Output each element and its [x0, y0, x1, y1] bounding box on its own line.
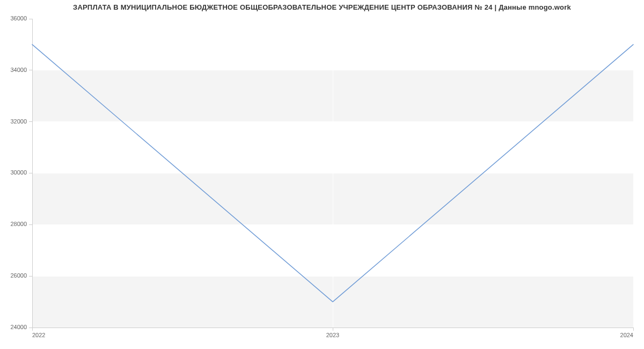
- svg-text:24000: 24000: [10, 324, 27, 330]
- svg-text:34000: 34000: [10, 67, 27, 73]
- chart-svg: 2400026000280003000032000340003600020222…: [32, 19, 633, 346]
- chart-title: ЗАРПЛАТА В МУНИЦИПАЛЬНОЕ БЮДЖЕТНОЕ ОБЩЕО…: [0, 3, 644, 11]
- salary-chart: ЗАРПЛАТА В МУНИЦИПАЛЬНОЕ БЮДЖЕТНОЕ ОБЩЕО…: [0, 0, 644, 349]
- svg-text:30000: 30000: [10, 169, 27, 176]
- svg-text:2023: 2023: [326, 332, 339, 338]
- plot-area: 2400026000280003000032000340003600020222…: [32, 19, 633, 328]
- svg-text:2022: 2022: [32, 332, 45, 338]
- svg-text:2024: 2024: [620, 332, 633, 338]
- svg-text:32000: 32000: [10, 118, 27, 125]
- svg-text:26000: 26000: [10, 272, 27, 279]
- svg-text:36000: 36000: [10, 15, 27, 21]
- svg-text:28000: 28000: [10, 221, 27, 227]
